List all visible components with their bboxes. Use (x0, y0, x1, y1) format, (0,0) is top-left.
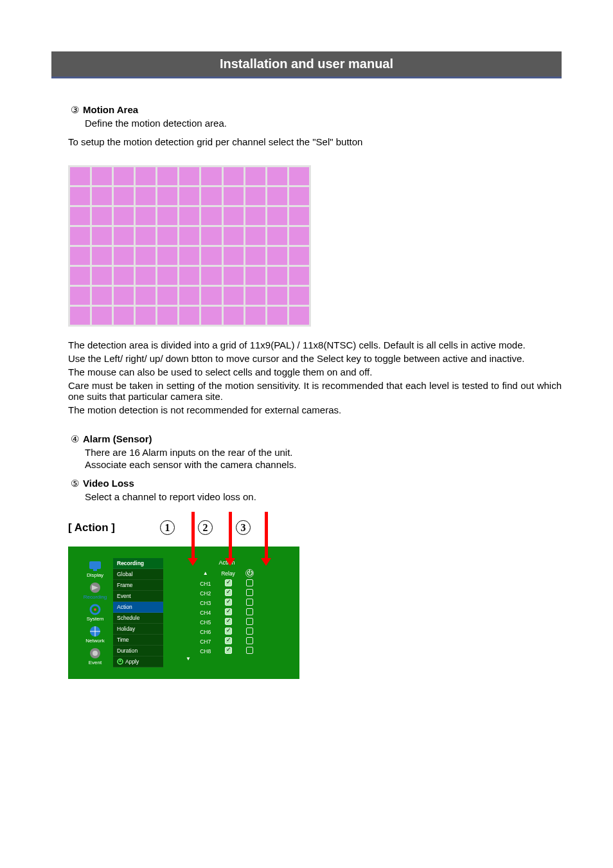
motion-grid-cell[interactable] (135, 226, 157, 246)
motion-grid-cell[interactable] (200, 286, 222, 306)
motion-grid-cell[interactable] (113, 306, 135, 326)
motion-grid-cell[interactable] (91, 186, 113, 206)
extra-checkbox[interactable] (246, 599, 253, 606)
sidebar-item-system[interactable]: System (87, 604, 104, 622)
extra-checkbox[interactable] (246, 647, 253, 654)
motion-grid-cell[interactable] (91, 306, 113, 326)
motion-grid-cell[interactable] (157, 306, 179, 326)
motion-grid-cell[interactable] (244, 306, 266, 326)
motion-grid-cell[interactable] (91, 266, 113, 286)
motion-grid-cell[interactable] (135, 306, 157, 326)
motion-grid-cell[interactable] (157, 226, 179, 246)
submenu-holiday[interactable]: Holiday (113, 624, 163, 635)
submenu-global[interactable]: Global (113, 569, 163, 580)
relay-checkbox[interactable] (225, 618, 232, 625)
motion-grid-cell[interactable] (69, 306, 91, 326)
motion-grid-cell[interactable] (69, 266, 91, 286)
motion-grid-cell[interactable] (200, 167, 222, 186)
motion-grid-cell[interactable] (179, 266, 200, 286)
motion-grid-cell[interactable] (113, 206, 135, 226)
extra-checkbox[interactable] (246, 628, 253, 635)
motion-grid-cell[interactable] (288, 246, 310, 266)
motion-grid-cell[interactable] (288, 206, 310, 226)
motion-grid-cell[interactable] (157, 186, 179, 206)
motion-grid-cell[interactable] (91, 286, 113, 306)
motion-grid-cell[interactable] (91, 246, 113, 266)
motion-grid-cell[interactable] (244, 286, 266, 306)
motion-grid-cell[interactable] (200, 266, 222, 286)
motion-grid-cell[interactable] (244, 226, 266, 246)
relay-checkbox[interactable] (225, 637, 232, 644)
motion-grid-cell[interactable] (91, 226, 113, 246)
motion-grid-cell[interactable] (179, 226, 200, 246)
motion-grid-cell[interactable] (222, 246, 244, 266)
motion-grid-cell[interactable] (288, 306, 310, 326)
motion-grid-cell[interactable] (113, 186, 135, 206)
motion-grid-cell[interactable] (69, 186, 91, 206)
motion-grid-cell[interactable] (222, 286, 244, 306)
motion-grid-cell[interactable] (135, 186, 157, 206)
motion-grid-cell[interactable] (288, 266, 310, 286)
motion-grid-cell[interactable] (69, 286, 91, 306)
motion-grid-cell[interactable] (179, 306, 200, 326)
extra-checkbox[interactable] (246, 608, 253, 615)
motion-grid-cell[interactable] (69, 206, 91, 226)
motion-grid-cell[interactable] (157, 246, 179, 266)
motion-grid-cell[interactable] (113, 286, 135, 306)
sidebar-item-display[interactable]: Display (87, 560, 103, 578)
motion-grid-cell[interactable] (200, 226, 222, 246)
motion-grid-cell[interactable] (69, 246, 91, 266)
motion-grid-cell[interactable] (244, 186, 266, 206)
motion-grid-cell[interactable] (113, 226, 135, 246)
extra-checkbox[interactable] (246, 579, 253, 586)
motion-grid-cell[interactable] (135, 246, 157, 266)
motion-grid-cell[interactable] (266, 266, 288, 286)
relay-checkbox[interactable] (225, 579, 232, 586)
motion-grid-cell[interactable] (222, 306, 244, 326)
motion-grid-cell[interactable] (157, 266, 179, 286)
submenu-action[interactable]: Action (113, 602, 163, 613)
motion-grid-cell[interactable] (135, 266, 157, 286)
motion-grid-cell[interactable] (222, 266, 244, 286)
sidebar-item-recording[interactable]: Recording (84, 582, 107, 600)
motion-grid-cell[interactable] (200, 306, 222, 326)
motion-grid-cell[interactable] (266, 206, 288, 226)
relay-checkbox[interactable] (225, 628, 232, 635)
submenu-frame[interactable]: Frame (113, 580, 163, 591)
motion-grid-cell[interactable] (288, 186, 310, 206)
motion-grid-cell[interactable] (200, 186, 222, 206)
motion-grid-cell[interactable] (266, 167, 288, 186)
submenu-time[interactable]: Time (113, 635, 163, 646)
motion-grid-cell[interactable] (113, 266, 135, 286)
motion-grid-cell[interactable] (91, 167, 113, 186)
scroll-down-icon[interactable]: ▼ (95, 656, 281, 662)
relay-checkbox[interactable] (225, 608, 232, 615)
motion-grid-cell[interactable] (222, 226, 244, 246)
motion-grid-cell[interactable] (244, 246, 266, 266)
sidebar-item-network[interactable]: Network (85, 626, 104, 644)
motion-grid-cell[interactable] (244, 266, 266, 286)
motion-grid-cell[interactable] (113, 167, 135, 186)
relay-checkbox[interactable] (225, 647, 232, 654)
extra-checkbox[interactable] (246, 618, 253, 625)
motion-grid-cell[interactable] (222, 206, 244, 226)
motion-grid-cell[interactable] (266, 246, 288, 266)
submenu-duration[interactable]: Duration (113, 646, 163, 656)
motion-grid-cell[interactable] (157, 167, 179, 186)
submenu-event[interactable]: Event (113, 591, 163, 602)
motion-grid-cell[interactable] (288, 226, 310, 246)
submenu-schedule[interactable]: Schedule (113, 613, 163, 624)
relay-checkbox[interactable] (225, 589, 232, 596)
motion-grid-cell[interactable] (222, 167, 244, 186)
motion-grid-cell[interactable] (179, 246, 200, 266)
scroll-up-icon[interactable]: ▲ (200, 570, 211, 576)
motion-grid-cell[interactable] (179, 186, 200, 206)
motion-grid-cell[interactable] (200, 246, 222, 266)
submenu-tab-recording[interactable]: Recording (113, 558, 163, 569)
motion-grid-cell[interactable] (69, 167, 91, 186)
power-icon[interactable]: ⏻ (245, 569, 254, 577)
motion-grid-cell[interactable] (244, 206, 266, 226)
motion-grid-cell[interactable] (266, 306, 288, 326)
motion-grid-cell[interactable] (179, 206, 200, 226)
motion-grid[interactable] (68, 165, 311, 327)
